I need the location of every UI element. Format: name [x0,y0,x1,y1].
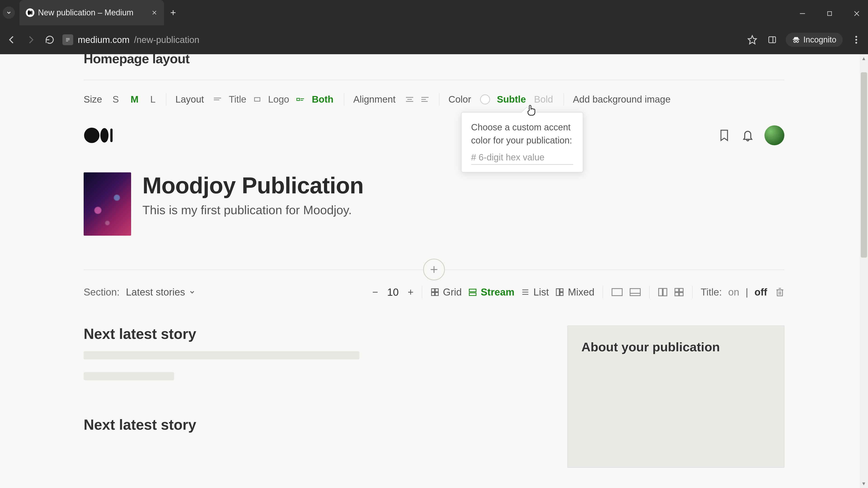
url-host: medium.com [78,35,129,45]
svg-rect-46 [469,293,476,295]
title-on-option[interactable]: on [728,287,739,298]
delete-section-button[interactable] [775,287,784,297]
toolbar-separator [166,93,166,106]
notifications-icon[interactable] [741,129,754,142]
title-off-option[interactable]: off [754,287,767,298]
about-card[interactable]: About your publication [567,326,784,468]
bookmark-icon[interactable] [717,129,731,142]
browser-menu-button[interactable] [850,33,863,46]
add-background-link[interactable]: Add background image [573,94,671,105]
svg-rect-54 [630,289,640,295]
layout-grid-button[interactable]: Grid [430,287,462,298]
publication-title: Moodjoy Publication [143,172,364,199]
size-option-l[interactable]: L [149,93,157,106]
stream-icon [468,288,477,297]
svg-rect-42 [435,289,438,292]
url-field[interactable]: medium.com/new-publication [62,34,740,45]
window-minimize-button[interactable] [796,7,809,20]
preview-story-title: Next latest story [84,326,549,342]
color-popover: Choose a custom accent color for your pu… [461,112,583,172]
tab-strip: New publication – Medium [0,0,868,25]
nav-forward-button[interactable] [24,33,37,46]
side-panel-button[interactable] [766,33,778,46]
favicon-icon [26,8,34,17]
layout-logo-icon [253,96,261,103]
layout-option-both[interactable]: Both [310,93,335,106]
layout-option-title[interactable]: Title [227,93,248,106]
svg-rect-17 [793,39,800,40]
browser-tab[interactable]: New publication – Medium [20,0,164,25]
layout-list-button[interactable]: List [521,287,549,298]
cardstyle-c-icon[interactable] [658,288,668,297]
medium-logo-icon[interactable] [84,127,115,144]
size-option-m[interactable]: M [129,93,140,106]
align-left-icon[interactable] [420,96,430,103]
site-info-icon[interactable] [62,34,73,45]
svg-point-1 [30,10,32,15]
hex-prefix: # [471,152,478,162]
svg-rect-57 [663,289,667,296]
scroll-down-icon[interactable]: ▼ [861,481,866,487]
cardstyle-d-icon[interactable] [674,288,684,297]
color-label: Color [448,94,471,105]
svg-marker-14 [748,36,756,44]
add-section-button[interactable] [423,259,445,281]
toolbar-separator [439,93,439,106]
grid-icon [430,288,439,297]
count-value: 10 [384,286,401,298]
color-popover-text: Choose a custom accent color for your pu… [471,121,573,147]
svg-rect-44 [435,293,438,295]
svg-rect-43 [432,293,434,295]
close-tab-button[interactable] [151,9,158,16]
layout-label: Layout [176,94,204,105]
align-center-icon[interactable] [405,96,414,103]
skeleton-line [84,351,360,359]
publication-block: Moodjoy Publication This is my first pub… [84,172,784,236]
color-swatch-button[interactable] [480,94,490,104]
reload-button[interactable] [43,33,56,46]
count-decrement-button[interactable]: − [372,287,378,298]
window-maximize-button[interactable] [823,7,836,20]
skeleton-line [84,372,174,380]
color-option-bold[interactable]: Bold [533,93,555,106]
new-tab-button[interactable] [168,8,178,17]
svg-rect-2 [32,11,33,15]
count-increment-button[interactable]: + [408,287,414,298]
svg-point-18 [794,40,796,42]
svg-rect-52 [560,293,563,295]
user-avatar[interactable] [765,125,784,145]
incognito-chip[interactable]: Incognito [786,33,843,47]
toolbar-separator [344,93,344,106]
svg-rect-15 [769,37,776,43]
hex-input[interactable]: # 6-digit hex value [471,152,573,165]
svg-rect-26 [254,98,260,101]
layout-option-logo[interactable]: Logo [267,93,290,106]
scrollbar[interactable]: ▲ ▼ [860,54,868,488]
cardstyle-a-icon[interactable] [611,288,623,297]
svg-point-21 [855,36,857,38]
layout-both-icon [296,96,305,103]
controls-separator [602,286,603,298]
window-close-button[interactable] [850,7,864,20]
size-label: Size [84,94,102,105]
cardstyle-b-icon[interactable] [629,288,641,297]
nav-back-button[interactable] [5,33,18,46]
layout-stream-button[interactable]: Stream [468,287,515,298]
tabs-dropdown-button[interactable] [3,6,15,19]
bookmark-star-button[interactable] [746,33,758,46]
layout-mixed-button[interactable]: Mixed [555,287,594,298]
svg-rect-8 [828,11,832,15]
page-headline: Homepage layout [84,54,784,66]
section-dropdown[interactable]: Latest stories [126,287,195,298]
about-title: About your publication [581,339,770,354]
scrollbar-thumb[interactable] [861,72,867,258]
hex-placeholder: 6-digit hex value [478,152,544,162]
color-option-subtle[interactable]: Subtle [495,93,527,106]
size-option-s[interactable]: S [111,93,120,106]
publication-cover-image[interactable] [84,172,131,236]
incognito-label: Incognito [803,35,836,44]
section-controls: Section: Latest stories − 10 + Grid [84,286,784,298]
scroll-up-icon[interactable]: ▲ [861,56,866,61]
svg-rect-61 [680,293,683,296]
svg-rect-53 [612,289,622,295]
